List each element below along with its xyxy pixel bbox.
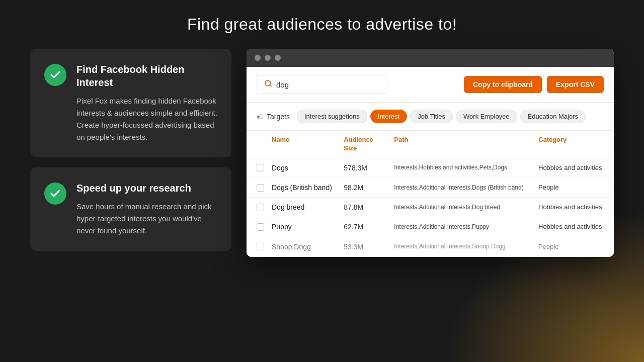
- row-size-2: 98.2M: [344, 184, 394, 192]
- row-name-1: Dogs: [272, 164, 344, 172]
- row-checkbox-1[interactable]: [257, 164, 264, 171]
- row-cat-5: People: [538, 242, 604, 251]
- row-cat-1: Hobbies and activities: [538, 163, 604, 172]
- feature-card-1: Find Facebook Hidden Interest Pixel Fox …: [30, 49, 231, 157]
- tab-job-titles[interactable]: Job Titles: [410, 110, 453, 123]
- row-size-5: 53.3M: [344, 243, 394, 251]
- tab-work-employee[interactable]: Work Employee: [456, 110, 517, 123]
- col-header-category: Category: [538, 136, 604, 153]
- search-input[interactable]: [276, 80, 380, 89]
- left-panel: Find Facebook Hidden Interest Pixel Fox …: [30, 49, 231, 251]
- row-path-2: Interests,Additional Interests,Dogs (Bri…: [394, 184, 538, 192]
- copy-clipboard-button[interactable]: Copy to clipboard: [464, 76, 542, 93]
- row-path-4: Interests,Additional Interests,Puppy: [394, 223, 538, 231]
- page-title: Find great audiences to advertise to!: [187, 15, 457, 34]
- action-buttons: Copy to clipboard Export CSV: [464, 76, 604, 93]
- table-row: Snoop Dogg 53.3M Interests,Additional In…: [247, 237, 614, 257]
- browser-dot-3: [275, 55, 281, 61]
- row-path-3: Interests,Additional Interests,Dog breed: [394, 203, 538, 212]
- check-icon-1: [44, 64, 66, 86]
- targets-section: 🏷 Targets Interest suggetions Interest J…: [247, 103, 614, 131]
- col-header-path: Path: [394, 136, 538, 153]
- feature-text-2: Speed up your research Save hours of man…: [76, 182, 217, 237]
- feature-text-1: Find Facebook Hidden Interest Pixel Fox …: [76, 63, 217, 143]
- tab-interest-suggestions[interactable]: Interest suggetions: [297, 110, 367, 123]
- tag-icon: 🏷: [257, 113, 264, 121]
- results-table: Name AudienceSize Path Category Dogs 578…: [247, 131, 614, 257]
- row-size-3: 87.8M: [344, 203, 394, 211]
- row-path-5: Interests,Additional Interests,Snoop Dog…: [394, 242, 538, 251]
- app-content: Copy to clipboard Export CSV 🏷 Targets I…: [247, 67, 614, 257]
- table-row: Puppy 62.7M Interests,Additional Interes…: [247, 217, 614, 237]
- search-wrapper[interactable]: [257, 75, 387, 94]
- col-header-audience: AudienceSize: [344, 136, 394, 153]
- search-area: Copy to clipboard Export CSV: [247, 67, 614, 103]
- col-header-checkbox: [257, 136, 272, 153]
- row-size-4: 62.7M: [344, 223, 394, 231]
- row-cat-2: People: [538, 183, 604, 192]
- table-header: Name AudienceSize Path Category: [247, 131, 614, 158]
- targets-label: 🏷 Targets: [257, 113, 290, 121]
- row-name-5: Snoop Dogg: [272, 243, 344, 251]
- search-icon: [264, 79, 272, 89]
- table-row: Dog breed 87.8M Interests,Additional Int…: [247, 198, 614, 217]
- browser-titlebar: [247, 49, 614, 67]
- browser-dot-2: [265, 55, 271, 61]
- row-cat-3: Hobbies and activities: [538, 203, 604, 212]
- feature-heading-2: Speed up your research: [76, 182, 217, 195]
- browser-dot-1: [255, 55, 261, 61]
- feature-body-2: Save hours of manual research and pick h…: [76, 201, 217, 237]
- targets-label-text: Targets: [267, 113, 290, 121]
- feature-card-2: Speed up your research Save hours of man…: [30, 167, 231, 251]
- tab-education-majors[interactable]: Education Majors: [520, 110, 586, 123]
- col-header-name: Name: [272, 136, 344, 153]
- row-checkbox-3[interactable]: [257, 204, 264, 211]
- tab-interest[interactable]: Interest: [370, 110, 407, 123]
- row-checkbox-4[interactable]: [257, 223, 264, 231]
- row-path-1: Interests,Hobbies and activities,Pets,Do…: [394, 163, 538, 172]
- svg-line-1: [270, 85, 271, 86]
- export-csv-button[interactable]: Export CSV: [547, 76, 604, 93]
- row-name-3: Dog breed: [272, 203, 344, 211]
- browser-mockup: Copy to clipboard Export CSV 🏷 Targets I…: [247, 49, 614, 257]
- row-name-2: Dogs (British band): [272, 184, 344, 192]
- row-name-4: Puppy: [272, 223, 344, 231]
- row-cat-4: Hobbies and activities: [538, 222, 604, 231]
- feature-heading-1: Find Facebook Hidden Interest: [76, 63, 217, 89]
- row-size-1: 578.3M: [344, 164, 394, 172]
- feature-body-1: Pixel Fox makes finding hidden Facebook …: [76, 95, 217, 143]
- table-row: Dogs 578.3M Interests,Hobbies and activi…: [247, 158, 614, 178]
- check-icon-2: [44, 183, 66, 205]
- row-checkbox-5[interactable]: [257, 243, 264, 250]
- table-row: Dogs (British band) 98.2M Interests,Addi…: [247, 178, 614, 198]
- row-checkbox-2[interactable]: [257, 184, 264, 192]
- filter-tabs: Interest suggetions Interest Job Titles …: [297, 110, 586, 123]
